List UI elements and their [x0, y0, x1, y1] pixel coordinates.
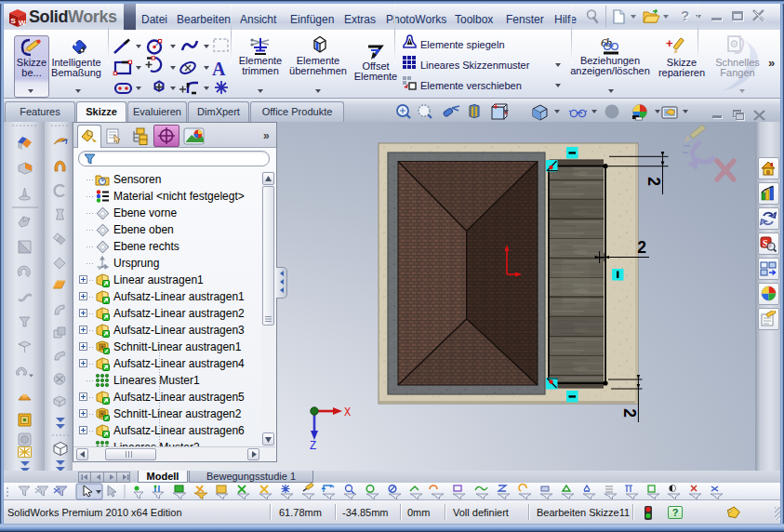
svg-text:Z: Z	[310, 440, 316, 453]
svg-text:A: A	[212, 59, 226, 79]
svg-text:2: 2	[620, 408, 639, 418]
svg-text:2: 2	[644, 177, 663, 186]
svg-text:+: +	[666, 36, 673, 50]
svg-text:S: S	[11, 17, 17, 25]
svg-text:2: 2	[637, 238, 646, 257]
svg-text:W: W	[19, 19, 26, 27]
svg-text:X: X	[344, 406, 351, 419]
